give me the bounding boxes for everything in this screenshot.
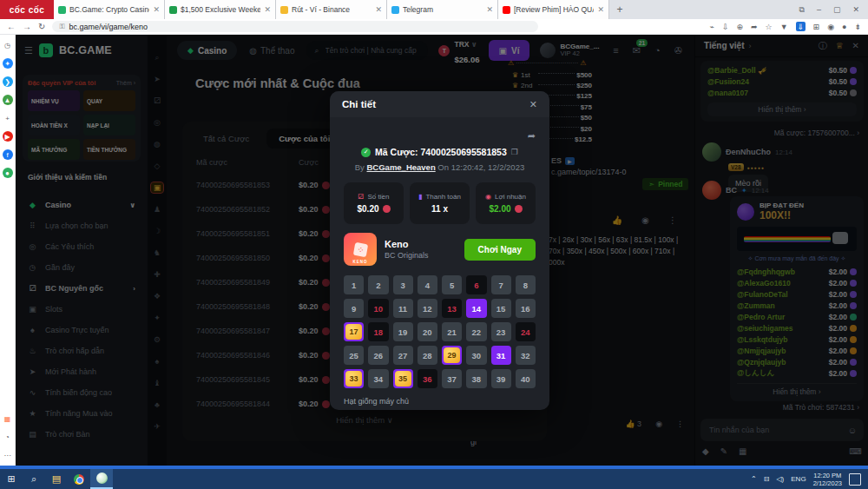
side-rail-icon[interactable]: ❯: [3, 76, 13, 87]
side-rail-icon[interactable]: f: [3, 149, 13, 160]
keno-cell[interactable]: 19: [393, 322, 413, 341]
side-rail-icon[interactable]: ✦: [3, 58, 13, 69]
keno-cell[interactable]: 10: [368, 299, 388, 318]
keno-cell[interactable]: 2: [368, 275, 388, 294]
browser-tab[interactable]: [Review Phim] HÀO QUA 🔊 ✕: [498, 0, 609, 19]
tab-close-icon[interactable]: ✕: [264, 5, 271, 14]
clock[interactable]: 12:20 PM2/12/2023: [813, 472, 842, 487]
tray-caret-icon[interactable]: ⌃: [751, 475, 757, 483]
tab-close-icon[interactable]: ✕: [153, 5, 160, 14]
keno-cell[interactable]: 30: [466, 346, 486, 365]
keno-cell[interactable]: 17: [344, 322, 364, 341]
keno-cell[interactable]: 11: [393, 299, 413, 318]
new-tab-button[interactable]: +: [609, 0, 630, 19]
tab-close-icon[interactable]: ✕: [375, 5, 382, 14]
keno-cell[interactable]: 23: [491, 322, 511, 341]
address-icon[interactable]: ◉: [827, 23, 834, 31]
keno-cell[interactable]: 9: [344, 299, 364, 318]
start-button[interactable]: ⊞: [0, 469, 23, 489]
side-rail-icon[interactable]: ⋯: [3, 450, 13, 460]
keno-cell[interactable]: 6: [466, 275, 486, 294]
keno-cell[interactable]: 29: [442, 346, 462, 365]
address-icon[interactable]: ▼: [780, 23, 788, 31]
side-rail-icon[interactable]: ▦: [3, 413, 13, 424]
network-icon[interactable]: ⊟: [764, 475, 770, 483]
keno-cell[interactable]: 35: [393, 369, 413, 388]
keno-cell[interactable]: 20: [418, 322, 437, 341]
keno-cell[interactable]: 36: [418, 369, 437, 388]
keno-cell[interactable]: 38: [466, 369, 486, 388]
browser-tab[interactable]: $1,500 Exclusive Weekend K ✕: [165, 0, 276, 19]
address-icon[interactable]: ⇩: [722, 23, 729, 31]
side-rail-icon[interactable]: ◔: [3, 432, 13, 442]
file-explorer-icon[interactable]: ▤: [45, 469, 68, 489]
volume-icon[interactable]: ◁): [776, 475, 784, 483]
address-icon[interactable]: ⌁: [710, 23, 714, 31]
keno-cell[interactable]: 25: [344, 346, 364, 365]
keno-cell[interactable]: 32: [516, 346, 536, 365]
side-rail-icon[interactable]: ▶: [3, 131, 13, 142]
address-icon[interactable]: ☆: [766, 23, 773, 31]
side-rail-icon[interactable]: ▲: [3, 95, 13, 105]
side-rail-icon[interactable]: ◷: [3, 40, 13, 50]
language-indicator[interactable]: ENG: [791, 475, 806, 483]
url-field[interactable]: ⚿ bc.game/vi/game/keno: [52, 21, 538, 32]
keno-cell[interactable]: 13: [442, 299, 462, 318]
minimize-button[interactable]: –: [817, 5, 821, 14]
share-icon[interactable]: ➦: [528, 130, 536, 142]
tab-close-icon[interactable]: ✕: [486, 5, 493, 14]
keno-cell[interactable]: 31: [491, 346, 511, 365]
tab-close-icon[interactable]: ✕: [597, 5, 604, 14]
side-rail-icon[interactable]: +: [3, 113, 13, 123]
play-now-button[interactable]: Chơi Ngay: [464, 239, 536, 261]
address-icon[interactable]: ⊕: [737, 23, 744, 31]
side-panel-icon[interactable]: ⧉: [799, 5, 804, 15]
maximize-button[interactable]: ▢: [833, 5, 841, 14]
keno-cell[interactable]: 37: [442, 369, 462, 388]
keno-cell[interactable]: 14: [466, 299, 486, 318]
address-icon[interactable]: ⇓: [796, 22, 806, 31]
keno-cell[interactable]: 22: [466, 322, 486, 341]
keno-cell[interactable]: 40: [516, 369, 536, 388]
keno-cell[interactable]: 1: [344, 275, 364, 294]
coccoc-taskbar-icon[interactable]: [90, 469, 113, 489]
keno-game-icon[interactable]: ⁘ KENO: [344, 233, 377, 266]
side-rail-icon[interactable]: ●: [3, 168, 13, 178]
chrome-icon[interactable]: [68, 469, 90, 489]
keno-cell[interactable]: 15: [491, 299, 511, 318]
modal-close-icon[interactable]: ✕: [529, 99, 537, 110]
notification-center-icon[interactable]: [849, 473, 861, 486]
keno-cell[interactable]: 39: [491, 369, 511, 388]
address-icon[interactable]: ⊞: [813, 23, 820, 31]
keno-cell[interactable]: 28: [418, 346, 437, 365]
browser-tab[interactable]: BC.Game: Crypto Casino Gan ✕: [54, 0, 165, 19]
keno-cell[interactable]: 12: [418, 299, 437, 318]
taskbar-search-icon[interactable]: ⌕: [23, 469, 45, 489]
player-link[interactable]: BCGame_Heaven: [367, 162, 436, 172]
close-button[interactable]: ✕: [852, 5, 859, 14]
address-icon[interactable]: ●: [842, 23, 846, 31]
keno-cell[interactable]: 33: [344, 369, 364, 388]
tab-favicon: [280, 6, 288, 14]
address-icon[interactable]: ⇟: [854, 23, 861, 31]
keno-cell[interactable]: 8: [516, 275, 536, 294]
keno-cell[interactable]: 4: [418, 275, 437, 294]
keno-cell[interactable]: 21: [442, 322, 462, 341]
address-icon[interactable]: ➦: [751, 23, 758, 31]
keno-cell[interactable]: 26: [368, 346, 388, 365]
coccoc-logo[interactable]: cốc cốc: [0, 0, 54, 19]
keno-cell[interactable]: 24: [516, 322, 536, 341]
reload-icon[interactable]: ↻: [38, 22, 45, 31]
browser-tab[interactable]: Rút - Ví - Binance ✕: [276, 0, 387, 19]
browser-tab[interactable]: Telegram ✕: [387, 0, 498, 19]
keno-cell[interactable]: 7: [491, 275, 511, 294]
keno-cell[interactable]: 3: [393, 275, 413, 294]
keno-cell[interactable]: 16: [516, 299, 536, 318]
copy-icon[interactable]: ❐: [511, 148, 518, 156]
keno-cell[interactable]: 18: [368, 322, 388, 341]
keno-cell[interactable]: 34: [368, 369, 388, 388]
keno-cell[interactable]: 5: [442, 275, 462, 294]
keno-cell[interactable]: 27: [393, 346, 413, 365]
back-icon[interactable]: ←: [7, 22, 16, 31]
forward-icon[interactable]: →: [23, 22, 31, 31]
